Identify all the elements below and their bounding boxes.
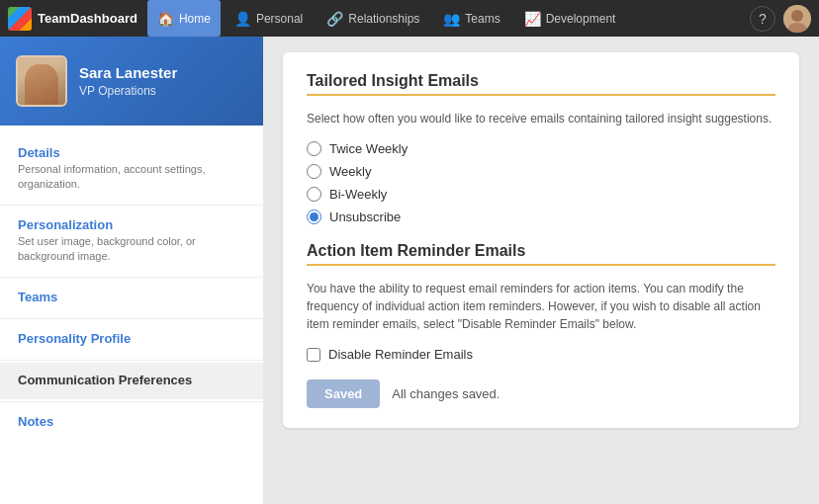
- nav-teams[interactable]: 👥 Teams: [433, 0, 509, 37]
- sidebar-item-personality-title: Personality Profile: [18, 331, 245, 346]
- save-row: Saved All changes saved.: [307, 379, 775, 408]
- sidebar-item-teams[interactable]: Teams: [0, 280, 263, 316]
- teams-icon: 👥: [443, 11, 460, 27]
- profile-role: VP Operations: [79, 84, 177, 98]
- radio-unsubscribe-input[interactable]: [307, 210, 321, 224]
- reminder-emails-section: Action Item Reminder Emails You have the…: [307, 242, 775, 362]
- nav-personal-label: Personal: [256, 12, 303, 26]
- brand-name: TeamDashboard: [38, 11, 137, 26]
- nav-development[interactable]: 📈 Development: [514, 0, 626, 37]
- saved-button[interactable]: Saved: [307, 379, 380, 408]
- question-icon: ?: [759, 11, 767, 27]
- development-icon: 📈: [524, 11, 541, 27]
- radio-twice-weekly-input[interactable]: [307, 141, 321, 156]
- divider-3: [0, 318, 263, 319]
- profile-info: Sara Lanester VP Operations: [79, 64, 177, 98]
- sidebar-nav: Details Personal information, account se…: [0, 126, 263, 504]
- profile-avatar: [16, 55, 67, 107]
- svg-point-1: [791, 10, 803, 22]
- avatar-inner: [18, 57, 65, 105]
- sidebar-item-details-title: Details: [18, 145, 245, 160]
- home-icon: 🏠: [157, 11, 174, 27]
- radio-unsubscribe[interactable]: Unsubscribe: [307, 210, 775, 224]
- divider-1: [0, 205, 263, 206]
- radio-twice-weekly-label: Twice Weekly: [329, 141, 408, 156]
- nav-personal[interactable]: 👤 Personal: [225, 0, 313, 37]
- nav-home-label: Home: [179, 12, 211, 26]
- avatar-image: [783, 5, 811, 33]
- sidebar-item-notes-title: Notes: [18, 414, 245, 429]
- email-frequency-radio-group: Twice Weekly Weekly Bi-Weekly Unsubscrib…: [307, 141, 775, 224]
- disable-reminders-label: Disable Reminder Emails: [328, 347, 473, 362]
- page-layout: Sara Lanester VP Operations Details Pers…: [0, 37, 819, 504]
- radio-bi-weekly[interactable]: Bi-Weekly: [307, 187, 775, 202]
- top-navigation: TeamDashboard 🏠 Home 👤 Personal 🔗 Relati…: [0, 0, 819, 37]
- brand-logo: [8, 7, 32, 31]
- disable-reminders-checkbox[interactable]: [307, 348, 320, 362]
- radio-bi-weekly-input[interactable]: [307, 187, 321, 202]
- profile-header: Sara Lanester VP Operations: [0, 37, 263, 126]
- disable-reminders-checkbox-label[interactable]: Disable Reminder Emails: [307, 347, 775, 362]
- nav-home[interactable]: 🏠 Home: [147, 0, 221, 37]
- radio-weekly-label: Weekly: [329, 164, 371, 179]
- reminder-emails-desc: You have the ability to request email re…: [307, 280, 775, 333]
- radio-weekly[interactable]: Weekly: [307, 164, 775, 179]
- sidebar-item-personalization-title: Personalization: [18, 217, 245, 232]
- tailored-emails-section: Tailored Insight Emails Select how often…: [307, 72, 775, 224]
- nav-teams-label: Teams: [465, 12, 500, 26]
- content-card: Tailored Insight Emails Select how often…: [283, 52, 799, 428]
- divider-5: [0, 401, 263, 402]
- radio-twice-weekly[interactable]: Twice Weekly: [307, 141, 775, 156]
- sidebar-item-communication[interactable]: Communication Preferences: [0, 363, 263, 399]
- sidebar: Sara Lanester VP Operations Details Pers…: [0, 37, 263, 504]
- sidebar-item-details[interactable]: Details Personal information, account se…: [0, 135, 263, 203]
- person-icon: 👤: [234, 11, 251, 27]
- relationships-icon: 🔗: [326, 11, 343, 27]
- brand: TeamDashboard: [8, 7, 137, 31]
- nav-relationships-label: Relationships: [348, 12, 419, 26]
- main-content: Tailored Insight Emails Select how often…: [263, 37, 819, 504]
- sidebar-item-personalization[interactable]: Personalization Set user image, backgrou…: [0, 208, 263, 275]
- help-button[interactable]: ?: [750, 6, 775, 32]
- nav-right: ?: [750, 5, 811, 33]
- radio-unsubscribe-label: Unsubscribe: [329, 210, 401, 224]
- sidebar-item-personality[interactable]: Personality Profile: [0, 321, 263, 358]
- nav-development-label: Development: [546, 12, 616, 26]
- avatar-shape: [25, 64, 58, 105]
- sidebar-item-details-desc: Personal information, account settings, …: [18, 162, 245, 193]
- sidebar-item-communication-title: Communication Preferences: [18, 373, 245, 387]
- divider-2: [0, 277, 263, 278]
- reminder-emails-title: Action Item Reminder Emails: [307, 242, 775, 260]
- divider-4: [0, 360, 263, 361]
- tailored-emails-desc: Select how often you would like to recei…: [307, 110, 775, 127]
- section2-divider: [307, 264, 775, 266]
- radio-weekly-input[interactable]: [307, 164, 321, 179]
- profile-name: Sara Lanester: [79, 64, 177, 81]
- section1-divider: [307, 94, 775, 96]
- save-status-text: All changes saved.: [392, 386, 500, 401]
- sidebar-item-notes[interactable]: Notes: [0, 404, 263, 441]
- nav-relationships[interactable]: 🔗 Relationships: [317, 0, 429, 37]
- radio-bi-weekly-label: Bi-Weekly: [329, 187, 387, 202]
- sidebar-item-teams-title: Teams: [18, 290, 245, 304]
- sidebar-item-personalization-desc: Set user image, background color, or bac…: [18, 234, 245, 265]
- user-avatar[interactable]: [783, 5, 811, 33]
- tailored-emails-title: Tailored Insight Emails: [307, 72, 775, 90]
